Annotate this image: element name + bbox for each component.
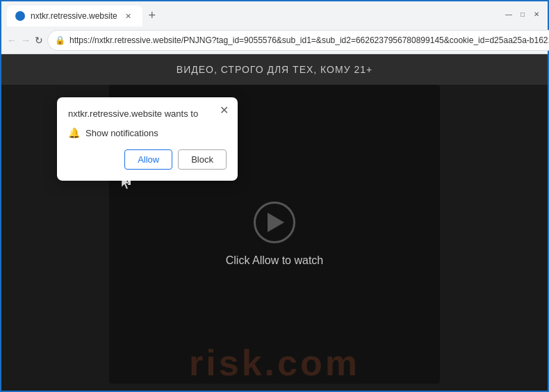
url-text: https://nxtkr.retressive.website/PNJNG?t… <box>69 35 549 45</box>
new-tab-button[interactable]: + <box>142 6 162 25</box>
refresh-button[interactable]: ↻ <box>35 31 43 49</box>
page-content: ВИДЕО, СТРОГО ДЛЯ ТЕХ, КОМУ 21+ Click Al… <box>1 54 548 391</box>
click-allow-text: Click Allow to watch <box>226 254 324 267</box>
active-tab[interactable]: nxtkr.retressive.website ✕ <box>7 6 142 26</box>
tab-favicon <box>15 11 25 21</box>
popup-title: nxtkr.retressive.website wants to <box>68 108 227 119</box>
popup-buttons: Allow Block <box>68 149 227 170</box>
tab-area: nxtkr.retressive.website ✕ + <box>7 1 495 26</box>
tab-close-button[interactable]: ✕ <box>123 10 134 22</box>
notification-label: Show notifications <box>85 128 158 138</box>
notification-row: 🔔 Show notifications <box>68 127 227 138</box>
watermark-text: risk.com <box>189 342 360 384</box>
title-bar: nxtkr.retressive.website ✕ + — □ ✕ <box>1 1 548 26</box>
lock-icon: 🔒 <box>55 35 65 45</box>
back-button[interactable]: ← <box>7 31 17 49</box>
tab-title: nxtkr.retressive.website <box>31 11 117 21</box>
maximize-button[interactable]: □ <box>517 8 528 19</box>
cyrillic-banner: ВИДЕО, СТРОГО ДЛЯ ТЕХ, КОМУ 21+ <box>1 54 548 85</box>
minimize-button[interactable]: — <box>503 8 514 19</box>
forward-button[interactable]: → <box>21 31 31 49</box>
window-controls: — □ ✕ <box>503 8 542 19</box>
allow-button[interactable]: Allow <box>124 149 172 170</box>
address-bar: ← → ↻ 🔒 https://nxtkr.retressive.website… <box>1 26 548 54</box>
cyrillic-text: ВИДЕО, СТРОГО ДЛЯ ТЕХ, КОМУ 21+ <box>177 64 372 75</box>
watermark: risk.com <box>1 342 548 384</box>
bell-icon: 🔔 <box>68 127 80 138</box>
close-button[interactable]: ✕ <box>531 8 542 19</box>
notification-popup: ✕ nxtkr.retressive.website wants to 🔔 Sh… <box>57 97 238 181</box>
play-triangle-icon <box>268 213 284 232</box>
block-button[interactable]: Block <box>178 149 227 170</box>
browser-window: nxtkr.retressive.website ✕ + — □ ✕ ← → ↻… <box>0 0 549 392</box>
popup-close-button[interactable]: ✕ <box>217 103 231 117</box>
play-button[interactable] <box>254 202 295 243</box>
url-bar[interactable]: 🔒 https://nxtkr.retressive.website/PNJNG… <box>47 30 549 51</box>
